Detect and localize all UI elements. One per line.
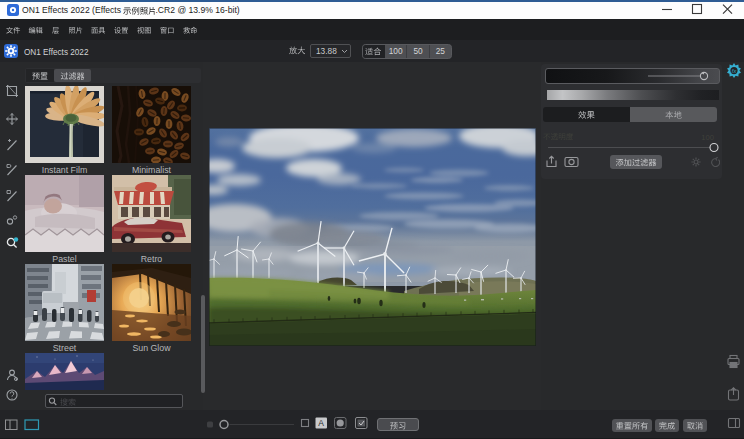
svg-text:A: A	[318, 418, 324, 428]
svg-text:fx: fx	[732, 68, 737, 74]
